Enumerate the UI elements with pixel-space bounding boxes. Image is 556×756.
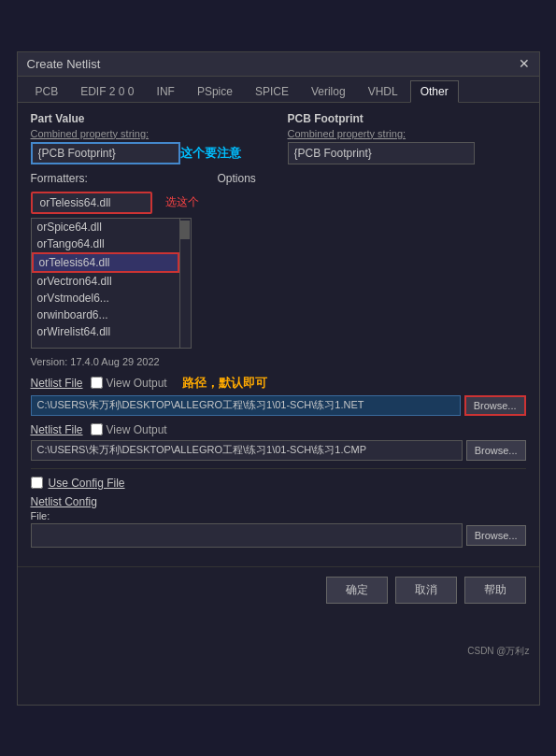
tab-edif[interactable]: EDIF 2 0 0 <box>70 80 144 102</box>
close-button[interactable]: ✕ <box>519 57 530 70</box>
netlist-config-sublabel: File: <box>31 510 526 521</box>
netlist-file1-label: Netlist File <box>31 377 83 390</box>
divider <box>31 468 526 469</box>
list-item[interactable]: orwinboard6... <box>32 307 179 323</box>
netlist-config-input[interactable] <box>31 523 463 548</box>
use-config-row: Use Config File <box>31 477 526 490</box>
netlist-file2-section: Netlist File View Output Browse... <box>31 423 526 461</box>
browse-button-1[interactable]: Browse... <box>464 395 526 416</box>
netlist-path1-input[interactable] <box>31 395 461 416</box>
view-output-2-label: View Output <box>107 423 167 436</box>
netlist-path2-input[interactable] <box>31 440 463 461</box>
part-value-sub: Combined property string: <box>31 128 269 139</box>
netlist-file2-label: Netlist File <box>31 423 83 436</box>
use-config-checkbox[interactable] <box>31 477 43 489</box>
list-item[interactable]: orVectron64.dll <box>32 273 179 290</box>
create-netlist-dialog: Create Netlist ✕ PCB EDIF 2 0 0 INF PSpi… <box>17 51 540 706</box>
cancel-button[interactable]: 取消 <box>395 577 457 604</box>
pcb-footprint-input[interactable] <box>288 142 475 164</box>
part-value-annotation: 这个要注意 <box>180 145 241 162</box>
netlist-file1-header: Netlist File View Output 路径，默认即可 <box>31 375 526 392</box>
tab-spice[interactable]: SPICE <box>245 80 299 102</box>
netlist-config-label: Netlist Config <box>31 495 97 508</box>
title-bar: Create Netlist ✕ <box>18 52 539 77</box>
pcb-footprint-label: PCB Footprint <box>288 112 526 125</box>
formatters-label: Formatters: <box>31 172 199 185</box>
dialog-content: Part Value Combined property string: 这个要… <box>18 103 539 557</box>
tab-vhdl[interactable]: VHDL <box>358 80 408 102</box>
netlist-file2-header: Netlist File View Output <box>31 423 526 436</box>
options-label: Options <box>218 172 256 185</box>
tab-pcb[interactable]: PCB <box>25 80 69 102</box>
list-item[interactable]: orWirelist64.dll <box>32 323 179 340</box>
formatters-options-row: Formatters: orTelesis64.dll 选这个 orSpice6… <box>31 172 526 349</box>
version-info: Version: 17.4.0 Aug 29 2022 <box>31 356 526 367</box>
properties-row: Part Value Combined property string: 这个要… <box>31 112 526 164</box>
help-button[interactable]: 帮助 <box>464 577 526 604</box>
netlist-config-row: Browse... <box>31 523 526 548</box>
part-value-label: Part Value <box>31 112 269 125</box>
netlist-path1-row: Browse... <box>31 395 526 416</box>
view-output-1-label: View Output <box>107 377 167 390</box>
view-output-2-wrap: View Output <box>91 423 167 436</box>
part-value-input[interactable] <box>31 142 180 164</box>
dialog-title: Create Netlist <box>27 57 101 71</box>
tab-inf[interactable]: INF <box>147 80 185 102</box>
list-item-selected[interactable]: orTelesis64.dll <box>32 252 179 273</box>
pcb-footprint-sub: Combined property string: <box>288 128 526 139</box>
view-output-2-checkbox[interactable] <box>91 423 103 435</box>
path-annotation: 路径，默认即可 <box>182 375 267 392</box>
netlist-config-section: Netlist Config File: Browse... <box>31 495 526 548</box>
formatters-col: Formatters: orTelesis64.dll 选这个 orSpice6… <box>31 172 199 349</box>
netlist-path2-row: Browse... <box>31 440 526 461</box>
formatters-list[interactable]: orSpice64.dll orTango64.dll orTelesis64.… <box>31 218 180 349</box>
list-item[interactable]: orVstmodel6... <box>32 290 179 307</box>
browse-button-2[interactable]: Browse... <box>466 440 526 461</box>
formatter-selected-display: orTelesis64.dll <box>31 192 152 214</box>
formatter-annotation: 选这个 <box>165 194 199 210</box>
watermark: CSDN @万利z <box>467 645 529 658</box>
use-config-label: Use Config File <box>49 477 125 490</box>
view-output-1-wrap: View Output <box>91 377 167 390</box>
watermark-line1: CSDN @万利z <box>467 645 529 658</box>
tab-bar: PCB EDIF 2 0 0 INF PSpice SPICE Verilog … <box>18 77 539 103</box>
pcb-footprint-col: PCB Footprint Combined property string: <box>288 112 526 164</box>
tab-pspice[interactable]: PSpice <box>187 80 243 102</box>
browse-button-3[interactable]: Browse... <box>466 525 526 546</box>
options-col: Options <box>218 172 256 349</box>
netlist-file1-section: Netlist File View Output 路径，默认即可 Browse.… <box>31 375 526 416</box>
dialog-footer: 确定 取消 帮助 <box>18 566 539 613</box>
tab-other[interactable]: Other <box>410 80 459 103</box>
view-output-1-checkbox[interactable] <box>91 377 103 389</box>
tab-verilog[interactable]: Verilog <box>301 80 356 102</box>
confirm-button[interactable]: 确定 <box>326 577 388 604</box>
list-item[interactable]: orTango64.dll <box>32 235 179 252</box>
list-item[interactable]: orSpice64.dll <box>32 219 179 235</box>
part-value-col: Part Value Combined property string: 这个要… <box>31 112 269 164</box>
